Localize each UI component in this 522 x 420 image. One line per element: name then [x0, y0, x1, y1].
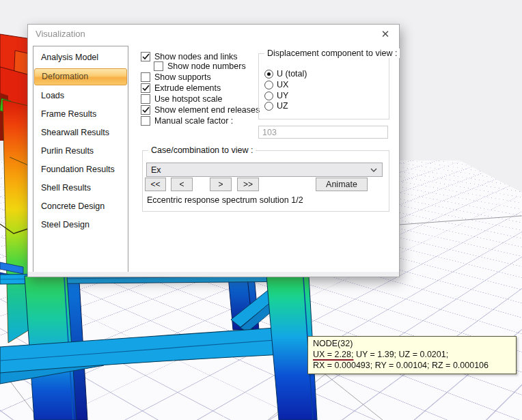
case-combobox-value: Ex	[151, 165, 161, 175]
radio-circle[interactable]	[264, 92, 273, 100]
radio-ux[interactable]: UX	[264, 80, 288, 89]
dialog-footer	[28, 272, 399, 277]
sidebar-item-shell-results[interactable]: Shell Results	[33, 179, 128, 197]
check-icon	[142, 53, 150, 60]
sidebar-item-foundation-results[interactable]: Foundation Results	[33, 160, 128, 179]
checkbox-extrude-elements[interactable]: Extrude elements	[141, 83, 221, 93]
structure-bottom-frame	[0, 271, 317, 420]
last-case-button[interactable]: >>	[237, 178, 259, 191]
dialog-titlebar[interactable]: Visualization ✕	[28, 25, 399, 44]
sidebar-item-deformation[interactable]: Deformation	[34, 68, 127, 85]
first-case-button[interactable]: <<	[145, 178, 166, 191]
case-description: Eccentric response spectrum solution 1/2	[147, 195, 303, 205]
chevron-down-icon	[370, 168, 377, 172]
node-tooltip: NODE(32) UX = 2.28; UY = 1.39; UZ = 0.02…	[307, 336, 517, 374]
sidebar-item-purlin-results[interactable]: Purlin Results	[33, 142, 128, 160]
checkbox-show-node-numbers[interactable]: Show node numbers	[154, 61, 246, 71]
case-combobox[interactable]: Ex	[146, 163, 383, 177]
category-list: Analysis Model Deformation Loads Frame R…	[33, 46, 128, 272]
case-legend: Case/combination to view :	[148, 145, 256, 155]
radio-circle[interactable]	[264, 102, 273, 111]
radio-circle[interactable]	[264, 81, 273, 89]
close-icon[interactable]: ✕	[374, 25, 396, 43]
sidebar-item-concrete-design[interactable]: Concrete Design	[33, 197, 128, 216]
checkbox-box[interactable]	[141, 72, 150, 82]
node-tooltip-title: NODE(32)	[313, 338, 511, 349]
node-tooltip-displacements: UX = 2.28; UY = 1.39; UZ = 0.0201;	[313, 349, 511, 360]
checkbox-box[interactable]	[141, 116, 150, 126]
checkbox-show-element-end-releases[interactable]: Show element end releases	[141, 105, 260, 115]
checkbox-box[interactable]	[141, 52, 150, 61]
checkbox-box[interactable]	[141, 94, 150, 104]
checkbox-box[interactable]	[141, 83, 150, 93]
radio-dot	[267, 72, 271, 76]
radio-uz[interactable]: UZ	[264, 101, 288, 111]
displacement-group: Displacement component to view : U (tota…	[258, 53, 389, 120]
radio-circle[interactable]	[264, 70, 273, 79]
sidebar-item-analysis-model[interactable]: Analysis Model	[33, 48, 128, 67]
manual-scale-input[interactable]	[258, 126, 388, 139]
sidebar-item-steel-design[interactable]: Steel Design	[33, 216, 128, 234]
radio-uy[interactable]: UY	[264, 91, 288, 100]
displacement-legend: Displacement component to view :	[264, 48, 400, 58]
check-icon	[142, 107, 150, 113]
animate-button[interactable]: Animate	[316, 178, 368, 191]
sidebar-item-shearwall-results[interactable]: Shearwall Results	[33, 124, 128, 142]
checkbox-show-nodes-and-links[interactable]: Show nodes and links	[141, 52, 238, 61]
checkbox-show-supports[interactable]: Show supports	[141, 72, 211, 82]
ux-value-highlight: UX = 2.28;	[313, 350, 353, 359]
sidebar-item-loads[interactable]: Loads	[33, 87, 128, 105]
previous-case-button[interactable]: <	[171, 178, 193, 191]
radio-u-total[interactable]: U (total)	[264, 69, 307, 79]
checkbox-manual-scale-factor[interactable]: Manual scale factor :	[141, 116, 233, 126]
dialog-title: Visualization	[36, 25, 85, 44]
sidebar-item-frame-results[interactable]: Frame Results	[33, 105, 128, 124]
case-group: Case/combination to view : Ex << < > >> …	[142, 150, 389, 212]
check-icon	[142, 85, 150, 92]
next-case-button[interactable]: >	[210, 178, 232, 191]
visualization-dialog: Visualization ✕ Analysis Model Deformati…	[27, 24, 400, 277]
checkbox-use-hotspot-scale[interactable]: Use hotspot scale	[141, 94, 222, 104]
checkbox-box[interactable]	[141, 105, 150, 115]
node-tooltip-rotations: RX = 0.000493; RY = 0.00104; RZ = 0.0001…	[313, 360, 511, 371]
checkbox-box[interactable]	[154, 61, 163, 71]
